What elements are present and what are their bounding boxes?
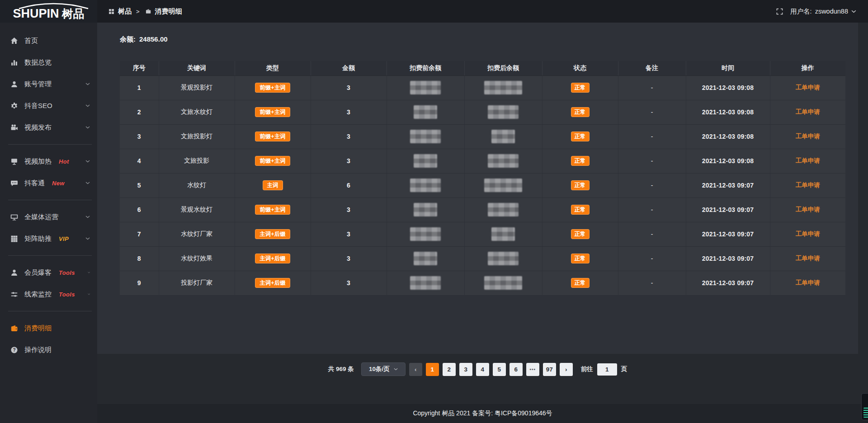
redacted-balance-before <box>414 154 437 168</box>
sidebar-item-media-operation[interactable]: 全媒体运营 <box>0 206 97 228</box>
sidebar-divider <box>8 200 92 200</box>
keyword-cell: 文旅水纹灯 <box>159 100 235 124</box>
sidebar-item-instructions[interactable]: ? 操作说明 <box>0 339 97 361</box>
side-float-widget[interactable] <box>861 393 868 420</box>
note-cell: - <box>618 124 686 149</box>
balance-label: 余额: <box>120 35 136 44</box>
sidebar-divider <box>8 144 92 145</box>
user-menu[interactable]: 用户名: zswodun88 <box>790 7 856 16</box>
copyright-text: Copyright 树品 2021 备案号: 粤ICP备09019646号 <box>413 409 552 418</box>
sidebar-item-home[interactable]: 首页 <box>0 30 97 52</box>
ticket-apply-link[interactable]: 工单申请 <box>796 108 820 115</box>
col-index: 序号 <box>120 61 159 75</box>
redacted-balance-after <box>484 81 522 94</box>
status-badge: 正常 <box>571 156 590 166</box>
breadcrumb-item-current[interactable]: 消费明细 <box>144 7 182 16</box>
type-badge: 前缀+主词 <box>255 83 290 93</box>
chevron-down-icon <box>85 104 90 107</box>
sidebar-item-video-heat[interactable]: 视频加热 Hot <box>0 150 97 172</box>
ticket-apply-link[interactable]: 工单申请 <box>796 182 820 188</box>
sidebar-item-douyin-seo[interactable]: 抖音SEO <box>0 95 97 117</box>
chevron-down-icon <box>88 271 90 274</box>
sidebar-item-account-mgmt[interactable]: 账号管理 <box>0 73 97 95</box>
table-row: 8 水纹灯效果 主词+后缀 3 正常 - 2021-12-03 09:07 工单… <box>120 246 845 271</box>
sidebar-item-matrix-boost[interactable]: 矩阵助推 VIP <box>0 228 97 249</box>
ticket-apply-link[interactable]: 工单申请 <box>796 84 820 91</box>
goto-page-input[interactable] <box>597 363 617 376</box>
chevron-down-icon <box>85 83 90 85</box>
status-badge: 正常 <box>571 83 590 93</box>
table-row: 4 文旅投影 前缀+主词 3 正常 - 2021-12-03 09:08 工单申… <box>120 149 845 173</box>
content-panel: 余额: 24856.00 序号 关键词 类型 金额 扣费前余额 扣费后余额 <box>97 23 858 354</box>
sidebar-item-doukentong[interactable]: 抖客通 New <box>0 172 97 194</box>
username-value: zswodun88 <box>815 8 848 15</box>
fullscreen-icon[interactable] <box>776 8 783 15</box>
ticket-apply-link[interactable]: 工单申请 <box>796 255 820 262</box>
dashboard-icon <box>107 9 115 14</box>
chevron-down-icon <box>85 237 90 240</box>
keyword-cell: 文旅投影 <box>159 149 235 173</box>
page-button-6[interactable]: 6 <box>509 363 523 376</box>
status-badge: 正常 <box>571 205 590 215</box>
sidebar-item-consumption-detail[interactable]: 消费明细 <box>0 317 97 339</box>
gear-icon <box>10 102 18 110</box>
footer: Copyright 树品 2021 备案号: 粤ICP备09019646号 <box>97 404 868 423</box>
header-actions: 用户名: zswodun88 <box>776 7 868 16</box>
balance: 余额: 24856.00 <box>120 35 168 44</box>
pagination: 共 969 条 10条/页 ‹ 1 2 3 4 5 6 ••• 97 › 前往 … <box>97 362 858 376</box>
table-row: 1 景观投影灯 前缀+主词 3 正常 - 2021-12-03 09:08 工单… <box>120 75 845 100</box>
table-row: 6 景观水纹灯 前缀+主词 3 正常 - 2021-12-03 09:07 工单… <box>120 197 845 222</box>
grid-icon <box>10 235 18 243</box>
status-badge: 正常 <box>571 229 590 240</box>
next-page-button[interactable]: › <box>560 363 573 376</box>
widget-stripes <box>863 408 868 418</box>
redacted-balance-after <box>488 105 519 119</box>
col-type: 类型 <box>235 61 311 75</box>
note-cell: - <box>618 246 686 271</box>
note-cell: - <box>618 271 686 295</box>
page-button-2[interactable]: 2 <box>443 363 456 376</box>
ticket-apply-link[interactable]: 工单申请 <box>796 157 820 164</box>
page-button-1[interactable]: 1 <box>426 363 439 376</box>
redacted-balance-after <box>491 130 515 143</box>
balance-value: 24856.00 <box>139 35 168 44</box>
prev-page-button[interactable]: ‹ <box>409 363 422 376</box>
breadcrumb-separator: > <box>136 8 140 15</box>
ticket-apply-link[interactable]: 工单申请 <box>796 279 820 286</box>
type-badge: 主词+后缀 <box>255 229 290 240</box>
page-button-3[interactable]: 3 <box>459 363 472 376</box>
sidebar-item-data-overview[interactable]: 数据总览 <box>0 52 97 73</box>
breadcrumb-item-home[interactable]: 树品 <box>107 7 132 16</box>
page-button-4[interactable]: 4 <box>476 363 489 376</box>
keyword-cell: 水纹灯厂家 <box>159 222 235 246</box>
page-size-select[interactable]: 10条/页 <box>361 362 406 376</box>
redacted-balance-before <box>410 276 441 290</box>
redacted-balance-after <box>491 227 515 241</box>
note-cell: - <box>618 100 686 124</box>
sidebar-item-video-publish[interactable]: 视频发布 <box>0 117 97 138</box>
type-badge: 前缀+主词 <box>255 205 290 215</box>
sidebar-item-lead-monitor[interactable]: 线索监控 Tools <box>0 283 97 305</box>
ticket-apply-link[interactable]: 工单申请 <box>796 206 820 213</box>
more-pages-button[interactable]: ••• <box>526 363 539 376</box>
redacted-balance-after <box>488 154 519 168</box>
monitor-icon <box>10 213 18 221</box>
status-badge: 正常 <box>571 107 590 118</box>
note-cell: - <box>618 75 686 100</box>
sidebar-divider <box>8 255 92 256</box>
vip-badge: VIP <box>59 235 69 242</box>
page-button-5[interactable]: 5 <box>493 363 506 376</box>
chevron-down-icon <box>394 368 398 371</box>
note-cell: - <box>618 222 686 246</box>
note-cell: - <box>618 173 686 197</box>
ticket-apply-link[interactable]: 工单申请 <box>796 230 820 237</box>
ticket-apply-link[interactable]: 工单申请 <box>796 133 820 140</box>
col-time: 时间 <box>686 61 770 75</box>
type-badge: 主词+后缀 <box>255 254 290 264</box>
keyword-cell: 水纹灯效果 <box>159 246 235 271</box>
sidebar-item-member-burst[interactable]: 会员爆客 Tools <box>0 262 97 283</box>
type-badge: 主词 <box>263 180 283 191</box>
page-button-last[interactable]: 97 <box>543 363 556 376</box>
logo-arc-icon <box>16 2 91 9</box>
logo[interactable]: SHUPIN 树品 <box>0 0 97 23</box>
